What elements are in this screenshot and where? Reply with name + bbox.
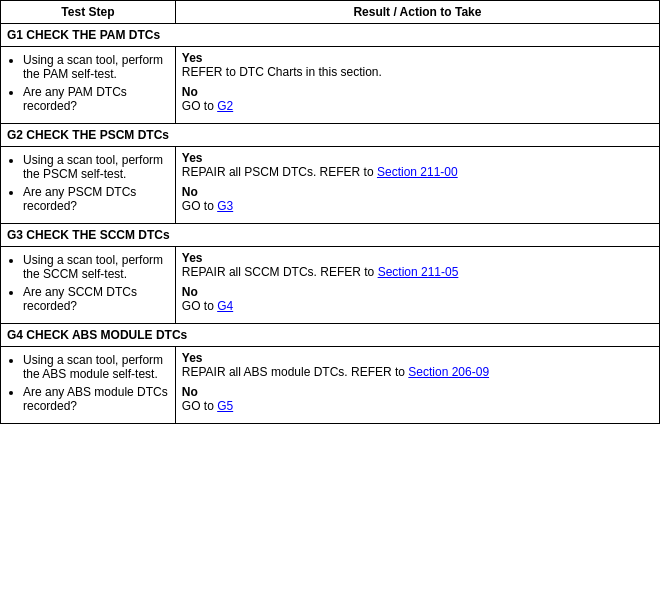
result-label-g4-0: Yes <box>182 351 203 365</box>
result-label-g1-0: Yes <box>182 51 203 65</box>
header-test-step: Test Step <box>1 1 176 24</box>
header-result-action: Result / Action to Take <box>175 1 659 24</box>
step-cell-g4: Using a scan tool, perform the ABS modul… <box>1 347 176 424</box>
result-cell-g2: YesREPAIR all PSCM DTCs. REFER to Sectio… <box>175 147 659 224</box>
step-item-g2-0: Using a scan tool, perform the PSCM self… <box>23 153 169 181</box>
result-block-g2-1: NoGO to G3 <box>182 185 653 213</box>
step-item-g3-0: Using a scan tool, perform the SCCM self… <box>23 253 169 281</box>
result-link-g1-1[interactable]: G2 <box>217 99 233 113</box>
result-link-g4-1[interactable]: G5 <box>217 399 233 413</box>
result-link-g2-0[interactable]: Section 211-00 <box>377 165 458 179</box>
result-link-g4-0[interactable]: Section 206-09 <box>408 365 489 379</box>
result-label-g3-1: No <box>182 285 198 299</box>
result-label-g2-1: No <box>182 185 198 199</box>
section-header-g4: G4 CHECK ABS MODULE DTCs <box>1 324 660 347</box>
result-cell-g1: YesREFER to DTC Charts in this section.N… <box>175 47 659 124</box>
step-item-g3-1: Are any SCCM DTCs recorded? <box>23 285 169 313</box>
result-label-g4-1: No <box>182 385 198 399</box>
result-label-g2-0: Yes <box>182 151 203 165</box>
result-link-g2-1[interactable]: G3 <box>217 199 233 213</box>
result-block-g3-0: YesREPAIR all SCCM DTCs. REFER to Sectio… <box>182 251 653 279</box>
step-item-g2-1: Are any PSCM DTCs recorded? <box>23 185 169 213</box>
section-header-g2: G2 CHECK THE PSCM DTCs <box>1 124 660 147</box>
step-item-g4-1: Are any ABS module DTCs recorded? <box>23 385 169 413</box>
diagnostic-table: Test Step Result / Action to Take G1 CHE… <box>0 0 660 424</box>
result-link-g3-1[interactable]: G4 <box>217 299 233 313</box>
result-label-g1-1: No <box>182 85 198 99</box>
result-block-g4-0: YesREPAIR all ABS module DTCs. REFER to … <box>182 351 653 379</box>
result-block-g1-1: NoGO to G2 <box>182 85 653 113</box>
section-header-g3: G3 CHECK THE SCCM DTCs <box>1 224 660 247</box>
result-cell-g4: YesREPAIR all ABS module DTCs. REFER to … <box>175 347 659 424</box>
result-label-g3-0: Yes <box>182 251 203 265</box>
step-cell-g3: Using a scan tool, perform the SCCM self… <box>1 247 176 324</box>
result-block-g4-1: NoGO to G5 <box>182 385 653 413</box>
step-item-g1-0: Using a scan tool, perform the PAM self-… <box>23 53 169 81</box>
step-item-g4-0: Using a scan tool, perform the ABS modul… <box>23 353 169 381</box>
result-block-g1-0: YesREFER to DTC Charts in this section. <box>182 51 653 79</box>
step-cell-g2: Using a scan tool, perform the PSCM self… <box>1 147 176 224</box>
result-block-g3-1: NoGO to G4 <box>182 285 653 313</box>
section-header-g1: G1 CHECK THE PAM DTCs <box>1 24 660 47</box>
result-link-g3-0[interactable]: Section 211-05 <box>378 265 459 279</box>
result-block-g2-0: YesREPAIR all PSCM DTCs. REFER to Sectio… <box>182 151 653 179</box>
step-cell-g1: Using a scan tool, perform the PAM self-… <box>1 47 176 124</box>
step-item-g1-1: Are any PAM DTCs recorded? <box>23 85 169 113</box>
result-cell-g3: YesREPAIR all SCCM DTCs. REFER to Sectio… <box>175 247 659 324</box>
